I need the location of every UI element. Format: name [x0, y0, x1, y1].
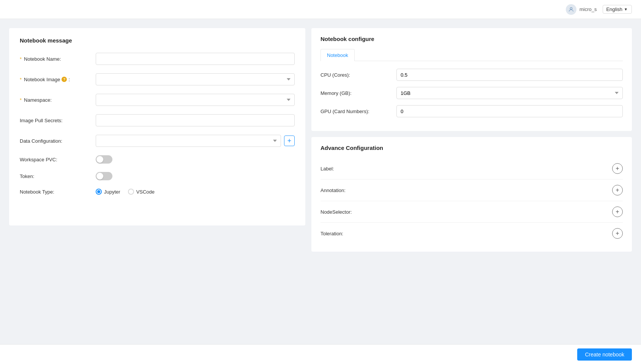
notebook-name-row: * Notebook Name:	[20, 53, 295, 65]
gpu-label: GPU (Card Numbers):	[320, 109, 396, 114]
right-panel: Notebook configure Notebook CPU (Cores):…	[311, 28, 632, 252]
required-star-3: *	[20, 97, 22, 103]
nodeselector-item: NodeSelector: +	[320, 201, 623, 223]
notebook-tab[interactable]: Notebook	[320, 49, 355, 61]
workspace-pvc-row: Workspace PVC:	[20, 155, 295, 164]
cpu-row: CPU (Cores):	[320, 69, 623, 81]
notebook-image-select[interactable]	[96, 73, 295, 85]
notebook-type-row: Notebook Type: Jupyter VSCode	[20, 189, 295, 195]
memory-row: Memory (GB): 1GB 512MB 2GB 4GB 8GB	[320, 87, 623, 99]
data-configuration-row: Data Configuration: +	[20, 135, 295, 147]
language-selector[interactable]: English ▼	[603, 5, 632, 14]
notebook-message-panel: Notebook message * Notebook Name: * Note…	[9, 28, 305, 225]
notebook-name-label: * Notebook Name:	[20, 56, 96, 62]
notebook-type-label: Notebook Type:	[20, 189, 96, 195]
add-nodeselector-button[interactable]: +	[612, 206, 623, 217]
image-pull-secrets-row: Image Pull Secrets:	[20, 114, 295, 126]
avatar-icon	[566, 4, 576, 15]
toggle-thumb	[96, 156, 103, 163]
token-toggle-track	[96, 172, 112, 180]
user-info: micro_s	[566, 4, 597, 15]
annotation-item: Annotation: +	[320, 180, 623, 201]
create-notebook-button[interactable]: Create notebook	[577, 348, 632, 361]
data-configuration-label: Data Configuration:	[20, 138, 96, 144]
workspace-pvc-toggle[interactable]	[96, 155, 112, 164]
configure-tabs: Notebook	[320, 49, 623, 61]
language-label: English	[606, 6, 622, 12]
advance-title: Advance Configuration	[320, 145, 623, 151]
memory-select[interactable]: 1GB 512MB 2GB 4GB 8GB	[396, 87, 623, 99]
namespace-row: * Namespace:	[20, 94, 295, 106]
label-item: Label: +	[320, 158, 623, 180]
token-row: Token:	[20, 172, 295, 180]
notebook-image-row: * Notebook Image ? :	[20, 73, 295, 85]
token-toggle-thumb	[96, 173, 103, 180]
info-icon: ?	[62, 77, 67, 82]
required-star: *	[20, 56, 22, 62]
configure-title: Notebook configure	[320, 36, 623, 42]
memory-label: Memory (GB):	[320, 90, 396, 96]
cpu-label: CPU (Cores):	[320, 72, 396, 78]
add-data-config-button[interactable]: +	[284, 136, 295, 146]
gpu-row: GPU (Card Numbers):	[320, 105, 623, 117]
toggle-track	[96, 155, 112, 164]
image-pull-secrets-input[interactable]	[96, 114, 295, 126]
add-toleration-button[interactable]: +	[612, 228, 623, 239]
cpu-input[interactable]	[396, 69, 623, 81]
svg-point-0	[570, 7, 572, 9]
label-item-label: Label:	[320, 166, 334, 172]
notebook-image-label: * Notebook Image ? :	[20, 77, 96, 82]
left-panel-title: Notebook message	[20, 37, 295, 44]
notebook-configure-card: Notebook configure Notebook CPU (Cores):…	[311, 28, 632, 131]
toleration-item: Toleration: +	[320, 223, 623, 244]
gpu-input[interactable]	[396, 105, 623, 117]
vscode-radio-circle	[128, 189, 134, 195]
notebook-type-radio-group: Jupyter VSCode	[96, 189, 155, 195]
token-label: Token:	[20, 173, 96, 179]
main-content: Notebook message * Notebook Name: * Note…	[0, 19, 641, 261]
data-configuration-select[interactable]	[96, 135, 281, 147]
toleration-item-label: Toleration:	[320, 231, 343, 236]
header: micro_s English ▼	[0, 0, 641, 19]
jupyter-label: Jupyter	[104, 189, 120, 195]
data-config-controls: +	[96, 135, 295, 147]
image-pull-secrets-label: Image Pull Secrets:	[20, 118, 96, 123]
advance-configuration-card: Advance Configuration Label: + Annotatio…	[311, 137, 632, 252]
chevron-down-icon: ▼	[624, 7, 628, 11]
nodeselector-item-label: NodeSelector:	[320, 209, 352, 215]
footer: Create notebook	[0, 344, 641, 364]
token-toggle[interactable]	[96, 172, 112, 180]
jupyter-radio-circle	[96, 189, 102, 195]
add-annotation-button[interactable]: +	[612, 185, 623, 195]
vscode-label: VSCode	[136, 189, 155, 195]
username-label: micro_s	[579, 6, 597, 12]
annotation-item-label: Annotation:	[320, 188, 346, 193]
workspace-pvc-label: Workspace PVC:	[20, 157, 96, 162]
namespace-select[interactable]	[96, 94, 295, 106]
required-star-2: *	[20, 77, 22, 82]
add-label-button[interactable]: +	[612, 163, 623, 174]
namespace-label: * Namespace:	[20, 97, 96, 103]
notebook-name-input[interactable]	[96, 53, 295, 65]
jupyter-option[interactable]: Jupyter	[96, 189, 120, 195]
vscode-option[interactable]: VSCode	[128, 189, 155, 195]
